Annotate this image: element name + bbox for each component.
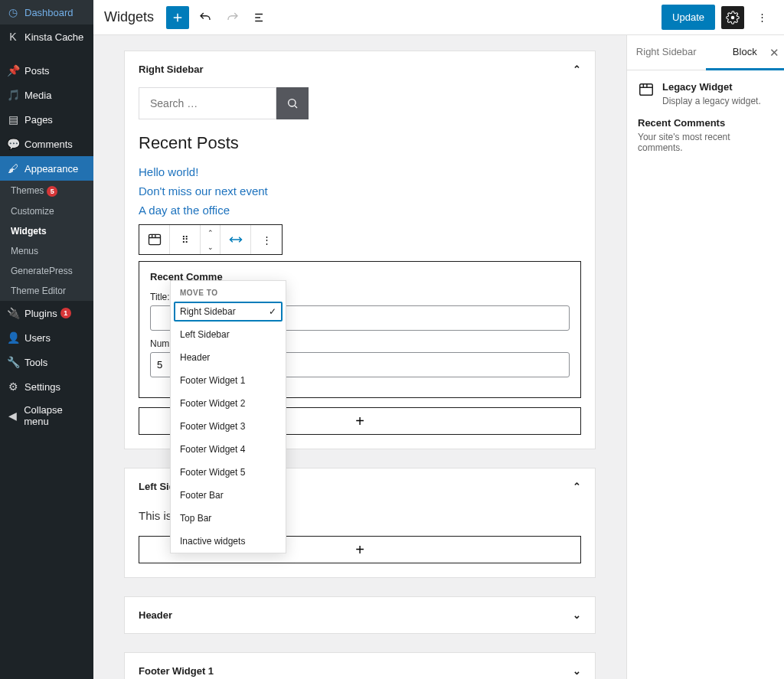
post-link[interactable]: Hello world! [139, 162, 581, 181]
sidebar-sub-theme-editor[interactable]: Theme Editor [0, 281, 93, 301]
moveto-item[interactable]: Header [171, 346, 286, 369]
close-inspector-button[interactable]: ✕ [769, 46, 779, 60]
sidebar-sub-widgets[interactable]: Widgets [0, 221, 93, 241]
chevron-down-icon: ⌄ [573, 665, 581, 677]
inspector-tab-area[interactable]: Right Sidebar [627, 35, 706, 70]
more-options-button[interactable]: ⋮ [750, 6, 773, 29]
settings-icon: ⚙ [6, 380, 20, 393]
moveto-item[interactable]: Footer Bar [171, 484, 286, 507]
sidebar-item-label: Pages [24, 114, 53, 126]
sidebar-item-posts[interactable]: 📌Posts [0, 58, 93, 83]
chevron-up-icon: ⌃ [573, 64, 581, 75]
chevron-down-icon: ⌄ [573, 609, 581, 621]
block-type-button[interactable] [139, 225, 170, 254]
block-toolbar: ⠿ ⌃⌄ ⋮ [139, 224, 283, 255]
post-link[interactable]: Don't miss our next event [139, 181, 581, 201]
sidebar-sub-generatepress[interactable]: GeneratePress [0, 261, 93, 281]
panel-title: Footer Widget 1 [139, 665, 214, 677]
sidebar-item-label: Kinsta Cache [24, 31, 83, 43]
update-button[interactable]: Update [662, 5, 715, 30]
appearance-icon: 🖌 [6, 162, 20, 175]
panel-title: Header [139, 609, 172, 621]
sidebar-sub-themes[interactable]: Themes5 [0, 181, 93, 201]
media-icon: 🎵 [6, 88, 20, 102]
sidebar-item-users[interactable]: 👤Users [0, 325, 93, 350]
sidebar-item-pages[interactable]: ▤Pages [0, 107, 93, 132]
block-more-button[interactable]: ⋮ [251, 225, 282, 254]
moveto-heading: MOVE TO [171, 281, 286, 300]
redo-button[interactable] [221, 6, 244, 29]
comments-icon: 💬 [6, 137, 20, 151]
moveto-item[interactable]: Footer Widget 2 [171, 392, 286, 415]
pin-icon: 📌 [6, 64, 20, 77]
page-title: Widgets [104, 9, 154, 25]
sidebar-item-label: Collapse menu [24, 404, 87, 427]
moveto-item[interactable]: Footer Widget 5 [171, 461, 286, 484]
panel-footer-widget-1: Footer Widget 1 ⌄ [124, 652, 596, 679]
moveto-item[interactable]: Footer Widget 3 [171, 415, 286, 438]
sidebar-item-comments[interactable]: 💬Comments [0, 132, 93, 156]
badge: 5 [47, 186, 57, 197]
check-icon: ✓ [269, 306, 276, 317]
recent-posts-heading: Recent Posts [139, 133, 581, 153]
search-input[interactable] [139, 87, 276, 119]
sidebar-item-label: Dashboard [24, 7, 74, 18]
admin-sidebar: ◷Dashboard KKinsta Cache 📌Posts 🎵Media ▤… [0, 0, 93, 679]
sidebar-item-plugins[interactable]: 🔌Plugins1 [0, 301, 93, 325]
sidebar-sub-customize[interactable]: Customize [0, 201, 93, 221]
legacy-widget-icon [638, 81, 655, 98]
chevron-up-icon: ⌃ [573, 481, 581, 492]
moveto-item[interactable]: Top Bar [171, 507, 286, 530]
move-up-button[interactable]: ⌃ [201, 225, 220, 240]
sidebar-item-label: Users [24, 332, 51, 344]
sidebar-sub-menus[interactable]: Menus [0, 241, 93, 261]
widgets-content[interactable]: Right Sidebar ⌃ Recent Posts Hello world… [93, 35, 626, 679]
panel-header-area: Header ⌄ [124, 596, 596, 634]
moveto-item[interactable]: Inactive widgets [171, 530, 286, 553]
sidebar-item-label: Comments [24, 139, 73, 150]
kinsta-icon: K [6, 30, 20, 44]
sidebar-submenu-appearance: Themes5 Customize Widgets Menus Generate… [0, 181, 93, 301]
sidebar-item-label: Appearance [24, 163, 78, 175]
sidebar-item-collapse[interactable]: ◀Collapse menu [0, 399, 93, 433]
sidebar-item-label: Settings [24, 381, 60, 393]
search-button[interactable] [276, 87, 309, 119]
plugins-icon: 🔌 [6, 306, 20, 320]
panel-header-right-sidebar[interactable]: Right Sidebar ⌃ [125, 51, 595, 87]
settings-button[interactable] [721, 6, 744, 29]
panel-header-footer1[interactable]: Footer Widget 1 ⌄ [125, 653, 595, 679]
sidebar-item-appearance[interactable]: 🖌Appearance [0, 156, 93, 181]
sidebar-item-tools[interactable]: 🔧Tools [0, 350, 93, 374]
moveto-item[interactable]: Footer Widget 4 [171, 438, 286, 461]
block-inspector: Right Sidebar Block ✕ Legacy Widget Disp… [626, 35, 784, 679]
sidebar-item-label: Plugins [24, 308, 57, 319]
inspector-block-desc: Display a legacy widget. [662, 96, 761, 106]
panel-header-header[interactable]: Header ⌄ [125, 597, 595, 633]
sidebar-item-media[interactable]: 🎵Media [0, 83, 93, 107]
move-to-button[interactable] [220, 225, 251, 254]
add-block-button[interactable] [166, 6, 189, 29]
sidebar-item-kinsta-cache[interactable]: KKinsta Cache [0, 24, 93, 49]
post-link[interactable]: A day at the office [139, 201, 581, 220]
inspector-widget-title: Recent Comments [638, 117, 773, 129]
svg-rect-2 [640, 84, 653, 96]
dashboard-icon: ◷ [6, 5, 20, 19]
moveto-item[interactable]: Footer Widget 1 [171, 369, 286, 392]
drag-handle[interactable]: ⠿ [170, 225, 201, 254]
sidebar-item-label: Tools [24, 357, 47, 368]
moveto-item[interactable]: Right Sidebar✓ [174, 302, 283, 322]
list-view-button[interactable] [249, 6, 272, 29]
inspector-widget-desc: Your site's most recent comments. [638, 132, 773, 153]
sidebar-item-dashboard[interactable]: ◷Dashboard [0, 0, 93, 24]
inspector-block-title: Legacy Widget [662, 81, 761, 93]
badge: 1 [60, 308, 71, 318]
tools-icon: 🔧 [6, 355, 20, 369]
move-down-button[interactable]: ⌄ [201, 240, 220, 254]
editor-topbar: Widgets Update ⋮ [93, 0, 784, 35]
sidebar-item-label: Media [24, 90, 51, 101]
pages-icon: ▤ [6, 113, 20, 126]
sidebar-item-settings[interactable]: ⚙Settings [0, 374, 93, 399]
undo-button[interactable] [194, 6, 217, 29]
moveto-item[interactable]: Left Sidebar [171, 323, 286, 346]
move-to-dropdown: MOVE TO Right Sidebar✓ Left Sidebar Head… [170, 280, 286, 553]
